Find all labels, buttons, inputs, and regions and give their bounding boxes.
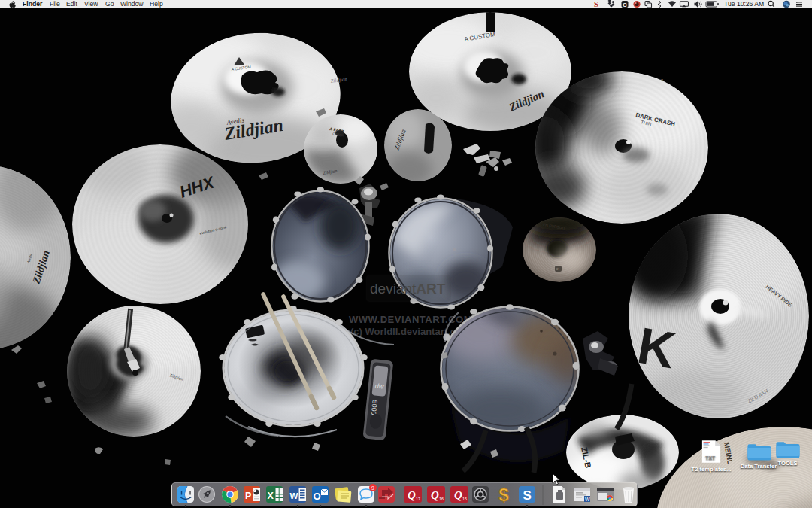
- svg-text:deviantART: deviantART: [370, 281, 446, 297]
- svg-text:W: W: [585, 497, 590, 502]
- svg-text:Q: Q: [454, 489, 462, 501]
- svg-text:TXT: TXT: [705, 455, 716, 461]
- svg-text:O: O: [314, 491, 321, 502]
- svg-text:W: W: [290, 491, 298, 500]
- svg-text:Help: Help: [150, 0, 163, 8]
- svg-text:File: File: [50, 0, 60, 8]
- svg-text:Finder: Finder: [23, 0, 43, 8]
- svg-text:WWW.DEVIANTART.COM: WWW.DEVIANTART.COM: [349, 314, 472, 325]
- svg-text:Q: Q: [431, 489, 439, 501]
- svg-text:P: P: [245, 491, 251, 501]
- svg-text:Go: Go: [105, 0, 114, 8]
- svg-text:9: 9: [371, 485, 374, 491]
- svg-text:16: 16: [439, 497, 444, 501]
- svg-text:Q: Q: [408, 489, 416, 501]
- svg-text:S: S: [594, 0, 598, 8]
- svg-text:Edit: Edit: [66, 0, 77, 8]
- svg-text:17: 17: [416, 497, 420, 501]
- svg-text:S: S: [523, 488, 532, 503]
- svg-text:$: $: [499, 485, 510, 505]
- svg-text:15: 15: [462, 497, 467, 501]
- svg-text:C: C: [623, 2, 627, 8]
- svg-text:5000: 5000: [370, 400, 379, 415]
- svg-text:dw: dw: [374, 382, 384, 390]
- svg-text:Window: Window: [120, 0, 144, 8]
- svg-text:♛: ♛: [556, 267, 559, 271]
- svg-text:X: X: [268, 491, 274, 501]
- svg-text:View: View: [84, 0, 98, 8]
- svg-text:Tue 10:26 AM: Tue 10:26 AM: [724, 0, 764, 8]
